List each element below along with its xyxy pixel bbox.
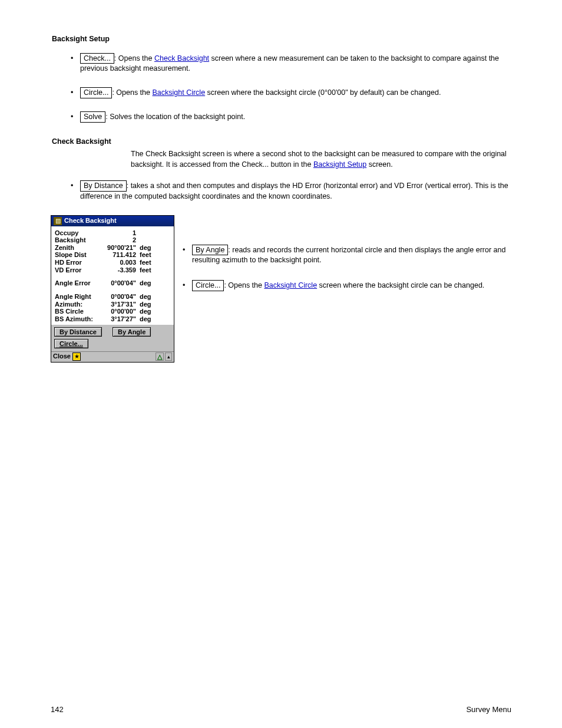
footer-text: Survey Menu [466,704,511,715]
star-icon[interactable]: ★ [72,353,81,361]
data-row: BS Azimuth:3°17'27"deg [55,315,170,323]
circle-button[interactable]: Circle... [54,339,88,348]
data-row: Occupy1 [55,229,170,237]
data-row: Slope Dist711.412feet [55,251,170,259]
bullet-marker: • [51,53,80,74]
by-distance-text: : takes a shot and then computes and dis… [80,182,508,200]
by-angle-button[interactable]: By Angle [113,327,151,337]
bullet-marker: • [51,180,80,202]
check-label: Check... [80,53,114,64]
data-row: VD Error-3.359feet [55,266,170,274]
bullet-marker: • [51,111,80,123]
by-anglelabel: By Angle [192,245,228,256]
check-backsight-heading: Check Backsight [52,137,511,147]
app-icon: ▨ [54,217,62,225]
titlebar: ▨ Check Backsight [51,216,174,226]
by-distance-label: By Distance [80,180,127,192]
data-row: Backsight2 [55,236,170,244]
data-row: Azimuth:3°17'31"deg [55,301,170,308]
by-distance-button[interactable]: By Distance [54,327,102,337]
circle-label: Circle... [80,87,112,98]
circle-label: Circle... [192,280,224,291]
para-text-2: screen. [366,160,392,169]
page-number: 142 [51,704,64,715]
up-icon[interactable]: ▴ [165,353,172,361]
warning-icon[interactable]: △ [156,353,164,361]
check-backsight-link[interactable]: Check Backsight [154,54,209,62]
data-row: BS Circle0°00'00"deg [55,308,170,315]
data-row: Zenith90°00'21"deg [55,244,170,252]
check-backsight-paragraph: The Check Backsight screen is where a se… [131,149,511,170]
backsight-setup-link[interactable]: Backsight Setup [313,160,366,169]
backsight-circle-link[interactable]: Backsight Circle [152,88,205,97]
bullet-marker: • [183,280,192,291]
close-button[interactable]: Close [53,353,71,360]
data-row: Angle Right0°00'04"deg [55,293,170,301]
bullet-marker: • [51,87,80,98]
bullet-marker: • [183,245,192,266]
section-heading: Backsight Setup [52,34,511,45]
data-row: HD Error0.003feet [55,259,170,266]
data-row: Angle Error0°00'04"deg [55,279,170,287]
check-backsight-window: ▨ Check Backsight Occupy1Backsight2Zenit… [51,215,174,363]
window-title: Check Backsight [64,216,117,225]
solvelabel: Solve [80,111,105,123]
backsight-circle-link[interactable]: Backsight Circle [264,281,317,289]
